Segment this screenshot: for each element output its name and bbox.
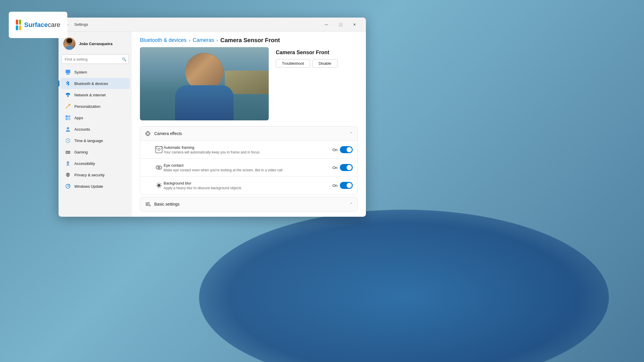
eye-contact-control: On bbox=[333, 164, 353, 171]
svg-rect-4 bbox=[67, 74, 69, 74]
window-title: Settings bbox=[74, 22, 320, 27]
sidebar-nav: System Bluetooth & devices Network & int… bbox=[59, 66, 132, 192]
sidebar-item-system[interactable]: System bbox=[60, 66, 130, 78]
eye-contact-icon bbox=[154, 163, 164, 172]
logo-text: Surface care bbox=[24, 21, 60, 29]
minimize-button[interactable]: — bbox=[320, 20, 333, 29]
background-blob bbox=[199, 210, 609, 362]
automatic-framing-label: Automatic framing bbox=[164, 145, 333, 150]
camera-effects-section: Camera effects ⌃ bbox=[140, 126, 358, 194]
camera-effects-icon bbox=[145, 131, 151, 136]
svg-point-47 bbox=[157, 184, 160, 187]
svg-point-1 bbox=[65, 46, 73, 50]
basic-settings-header[interactable]: Basic settings ⌃ bbox=[140, 197, 357, 211]
logo-yellow-square bbox=[19, 25, 21, 30]
network-icon bbox=[65, 92, 71, 98]
camera-info: Camera Sensor Front Troubleshoot Disable bbox=[276, 47, 338, 120]
camera-preview bbox=[140, 47, 269, 120]
sidebar-item-time[interactable]: Time & language bbox=[60, 135, 130, 146]
basic-settings-icon bbox=[145, 201, 151, 207]
svg-point-37 bbox=[158, 148, 160, 151]
background-blur-control: On bbox=[333, 182, 353, 189]
sidebar-item-network[interactable]: Network & internet bbox=[60, 89, 130, 100]
background-blur-desc: Apply a heavy blur to obscure background… bbox=[164, 186, 333, 190]
svg-line-27 bbox=[68, 164, 69, 166]
svg-point-30 bbox=[147, 132, 149, 135]
eye-contact-toggle[interactable] bbox=[340, 164, 353, 171]
svg-point-21 bbox=[68, 152, 69, 152]
avatar bbox=[63, 37, 76, 50]
svg-point-23 bbox=[67, 161, 68, 162]
sidebar-item-gaming[interactable]: Gaming bbox=[60, 146, 130, 158]
background-blur-state: On bbox=[333, 183, 338, 188]
section-header-left: Camera effects bbox=[145, 131, 182, 136]
basic-settings-header-left: Basic settings bbox=[145, 201, 179, 207]
sidebar-item-apps[interactable]: Apps bbox=[60, 112, 130, 123]
svg-line-17 bbox=[68, 141, 69, 141]
automatic-framing-row: Automatic framing Your camera will autom… bbox=[140, 141, 357, 158]
window-controls: — ⬜ ✕ bbox=[320, 20, 361, 29]
automatic-framing-control: On bbox=[333, 146, 353, 153]
svg-point-2 bbox=[66, 38, 72, 43]
logo-blue-square bbox=[16, 25, 18, 30]
troubleshoot-button[interactable]: Troubleshoot bbox=[276, 59, 310, 68]
automatic-framing-icon bbox=[154, 145, 164, 154]
sidebar-item-privacy-label: Privacy & security bbox=[74, 173, 105, 177]
user-profile[interactable]: João Carrasqueira bbox=[59, 35, 132, 54]
avatar-image bbox=[63, 37, 76, 50]
sidebar-item-privacy[interactable]: Privacy & security bbox=[60, 169, 130, 180]
surfacecare-logo: Surface care bbox=[9, 12, 67, 38]
breadcrumb-cameras[interactable]: Cameras bbox=[193, 37, 214, 43]
maximize-button[interactable]: ⬜ bbox=[334, 20, 347, 29]
sidebar-item-accessibility[interactable]: Accessibility bbox=[60, 158, 130, 169]
avatar-svg bbox=[63, 37, 76, 50]
sidebar-item-personalization-label: Personalization bbox=[74, 104, 100, 109]
camera-name: Camera Sensor Front bbox=[276, 49, 338, 56]
automatic-framing-toggle[interactable] bbox=[340, 146, 353, 153]
sidebar-item-accounts-label: Accounts bbox=[74, 127, 90, 132]
svg-rect-5 bbox=[66, 74, 70, 75]
sidebar-item-update[interactable]: Windows Update bbox=[60, 181, 130, 192]
camera-person-bg bbox=[140, 47, 269, 120]
breadcrumb-bluetooth[interactable]: Bluetooth & devices bbox=[140, 37, 186, 43]
personalization-icon bbox=[65, 103, 71, 109]
eye-contact-label: Eye contact bbox=[164, 163, 333, 168]
user-name: João Carrasqueira bbox=[79, 42, 112, 46]
svg-line-52 bbox=[157, 183, 158, 184]
eye-contact-desc: Make eye contact even when you're lookin… bbox=[164, 168, 333, 172]
svg-rect-10 bbox=[68, 115, 70, 117]
sidebar-item-gaming-label: Gaming bbox=[74, 150, 88, 154]
search-icon: 🔍 bbox=[122, 57, 126, 62]
disable-button[interactable]: Disable bbox=[312, 59, 337, 68]
svg-rect-36 bbox=[156, 146, 162, 153]
svg-line-54 bbox=[160, 183, 161, 184]
title-bar: ← Settings — ⬜ ✕ bbox=[59, 18, 366, 32]
background-blur-row: Background blur Apply a heavy blur to ob… bbox=[140, 176, 357, 194]
bluetooth-icon bbox=[65, 81, 71, 86]
close-button[interactable]: ✕ bbox=[348, 20, 361, 29]
background-blur-label: Background blur bbox=[164, 181, 333, 185]
sidebar-item-bluetooth[interactable]: Bluetooth & devices bbox=[60, 78, 130, 89]
sidebar-item-time-label: Time & language bbox=[74, 139, 103, 143]
person-body bbox=[175, 85, 234, 120]
logo-brand: Surface bbox=[24, 21, 48, 29]
sidebar-item-personalization[interactable]: Personalization bbox=[60, 101, 130, 112]
apps-icon bbox=[65, 115, 71, 121]
camera-effects-header[interactable]: Camera effects ⌃ bbox=[140, 127, 357, 141]
sidebar-item-bluetooth-label: Bluetooth & devices bbox=[74, 81, 108, 86]
svg-point-59 bbox=[148, 202, 149, 203]
sidebar-item-accessibility-label: Accessibility bbox=[74, 161, 95, 166]
breadcrumb-current: Camera Sensor Front bbox=[220, 37, 280, 44]
svg-point-13 bbox=[67, 127, 69, 129]
logo-red-square bbox=[16, 20, 18, 25]
sidebar-item-update-label: Windows Update bbox=[74, 184, 103, 189]
search-input[interactable] bbox=[61, 54, 129, 64]
background-blur-icon bbox=[154, 181, 164, 190]
background-blur-toggle[interactable] bbox=[340, 182, 353, 189]
background-blur-text: Background blur Apply a heavy blur to ob… bbox=[164, 181, 333, 190]
search-box: 🔍 bbox=[61, 54, 129, 64]
svg-rect-11 bbox=[66, 118, 68, 120]
camera-effects-chevron: ⌃ bbox=[350, 132, 353, 136]
sidebar-item-accounts[interactable]: Accounts bbox=[60, 124, 130, 135]
svg-point-61 bbox=[149, 205, 150, 206]
